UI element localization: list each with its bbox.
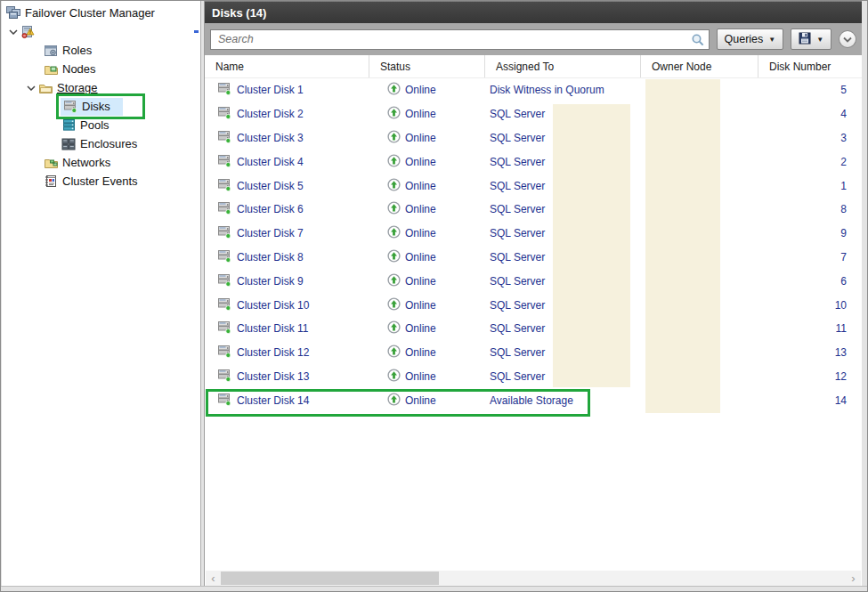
chevron-down-icon[interactable] — [25, 85, 37, 91]
table-row[interactable]: Cluster Disk 1 Online Disk Witness in Qu… — [205, 78, 862, 102]
collapse-panel-button[interactable] — [839, 30, 856, 48]
table-row[interactable]: Cluster Disk 5 Online SQL Server 1 — [205, 174, 862, 198]
sidebar-item-enclosures[interactable]: Enclosures — [2, 134, 200, 153]
sidebar-item-label: Cluster Events — [62, 174, 138, 188]
disk-number-text: 4 — [758, 108, 857, 120]
search-icon[interactable] — [691, 33, 705, 51]
assigned-to-text: Disk Witness in Quorum — [485, 84, 641, 96]
disk-list: Cluster Disk 1 Online Disk Witness in Qu… — [205, 78, 862, 412]
tree-item-cluster[interactable] — [2, 22, 200, 41]
chevron-down-icon: ▼ — [816, 36, 823, 44]
online-status-icon — [387, 154, 401, 170]
sidebar-tree: Failover Cluster Manager Roles Nodes — [2, 1, 201, 587]
table-row[interactable]: Cluster Disk 8 Online SQL Server 7 — [205, 246, 862, 270]
status-text: Online — [405, 394, 436, 407]
storage-folder-icon — [37, 81, 53, 95]
disk-number-text: 5 — [758, 84, 857, 96]
status-text: Online — [405, 227, 436, 239]
cluster-disk-icon — [217, 225, 231, 241]
selected-item-highlight: Disks — [61, 98, 123, 116]
cluster-disk-icon — [217, 393, 231, 409]
table-row[interactable]: Cluster Disk 7 Online SQL Server 9 — [205, 222, 862, 246]
online-status-icon — [387, 106, 401, 122]
sidebar-item-networks[interactable]: Networks — [2, 153, 200, 172]
disk-number-text: 13 — [758, 346, 857, 359]
online-status-icon — [387, 345, 401, 361]
search-box — [210, 29, 710, 50]
chevron-down-icon[interactable] — [7, 29, 20, 35]
sidebar-item-label: Storage — [57, 81, 98, 94]
status-text: Online — [405, 156, 436, 168]
table-row[interactable]: Cluster Disk 12 Online SQL Server 13 — [205, 341, 862, 365]
status-text: Online — [405, 84, 436, 96]
scroll-right-icon[interactable]: › — [846, 571, 861, 586]
disk-name: Cluster Disk 14 — [237, 394, 309, 407]
disk-number-text: 2 — [758, 156, 857, 168]
horizontal-scrollbar[interactable]: ‹ › — [206, 571, 861, 586]
cluster-disk-icon — [217, 154, 231, 170]
online-status-icon — [387, 249, 401, 265]
sidebar-item-pools[interactable]: Pools — [2, 116, 200, 134]
assigned-to-text: SQL Server — [485, 370, 641, 383]
cluster-disk-icon — [217, 320, 231, 337]
cluster-manager-icon — [5, 6, 21, 20]
status-text: Online — [405, 132, 436, 144]
assigned-to-text: SQL Server — [485, 180, 641, 192]
table-row[interactable]: Cluster Disk 11 Online SQL Server 11 — [205, 317, 862, 341]
status-text: Online — [405, 180, 436, 192]
column-header-disk-number[interactable]: Disk Number — [758, 55, 857, 77]
table-header: Name Status Assigned To Owner Node Disk … — [205, 55, 862, 78]
table-row[interactable]: Cluster Disk 3 Online SQL Server 3 — [205, 126, 862, 150]
search-input[interactable] — [211, 30, 709, 49]
disk-number-text: 3 — [758, 132, 857, 144]
disk-number-text: 11 — [758, 322, 857, 335]
disk-number-text: 9 — [758, 227, 857, 239]
cluster-disk-icon — [217, 178, 231, 194]
assigned-to-text: SQL Server — [485, 251, 641, 264]
status-text: Online — [405, 203, 436, 215]
assigned-to-text: SQL Server — [485, 203, 641, 215]
sidebar-item-storage[interactable]: Storage — [2, 78, 200, 97]
column-header-status[interactable]: Status — [369, 55, 485, 77]
disk-name: Cluster Disk 11 — [237, 322, 308, 335]
table-row[interactable]: Cluster Disk 4 Online SQL Server 2 — [205, 150, 862, 174]
status-text: Online — [405, 370, 436, 383]
scroll-left-icon[interactable]: ‹ — [206, 571, 221, 586]
cluster-disk-icon — [217, 369, 231, 385]
disk-name: Cluster Disk 12 — [237, 346, 309, 359]
table-row[interactable]: Cluster Disk 13 Online SQL Server 12 — [205, 365, 862, 389]
table-row[interactable]: Cluster Disk 9 Online SQL Server 6 — [205, 269, 862, 293]
column-header-name[interactable]: Name — [205, 55, 369, 77]
column-header-assigned-to[interactable]: Assigned To — [485, 55, 641, 77]
disk-name: Cluster Disk 9 — [237, 275, 304, 288]
cluster-disk-icon — [217, 130, 231, 146]
cluster-disk-icon — [217, 297, 231, 313]
status-text: Online — [405, 346, 436, 359]
column-header-owner-node[interactable]: Owner Node — [641, 55, 758, 77]
cluster-disk-icon — [217, 201, 231, 217]
sidebar-item-roles[interactable]: Roles — [2, 41, 200, 60]
online-status-icon — [387, 273, 401, 289]
sidebar-item-cluster-events[interactable]: Cluster Events — [2, 172, 200, 191]
sidebar-item-nodes[interactable]: Nodes — [2, 60, 200, 78]
disk-name: Cluster Disk 3 — [237, 132, 304, 144]
online-status-icon — [387, 178, 401, 194]
assigned-to-text: SQL Server — [485, 322, 641, 335]
queries-button[interactable]: Queries ▼ — [717, 28, 784, 50]
disks-icon — [62, 100, 78, 114]
sidebar-item-label: Disks — [82, 100, 110, 113]
tree-root-failover-cluster-manager[interactable]: Failover Cluster Manager — [2, 4, 200, 22]
sidebar-item-disks[interactable]: Disks — [2, 97, 200, 116]
scrollbar-thumb[interactable] — [221, 572, 439, 585]
status-text: Online — [405, 322, 436, 335]
disk-name: Cluster Disk 8 — [237, 251, 304, 264]
table-row[interactable]: Cluster Disk 2 Online SQL Server 4 — [205, 102, 862, 126]
disk-name: Cluster Disk 5 — [237, 180, 304, 192]
table-row[interactable]: Cluster Disk 10 Online SQL Server 10 — [205, 293, 862, 317]
status-text: Online — [405, 299, 436, 312]
save-query-button[interactable]: ▼ — [791, 28, 831, 50]
pools-icon — [61, 118, 77, 133]
table-row[interactable]: Cluster Disk 14 Online Available Storage… — [205, 388, 862, 412]
status-text: Online — [405, 275, 436, 288]
table-row[interactable]: Cluster Disk 6 Online SQL Server 8 — [205, 198, 862, 222]
